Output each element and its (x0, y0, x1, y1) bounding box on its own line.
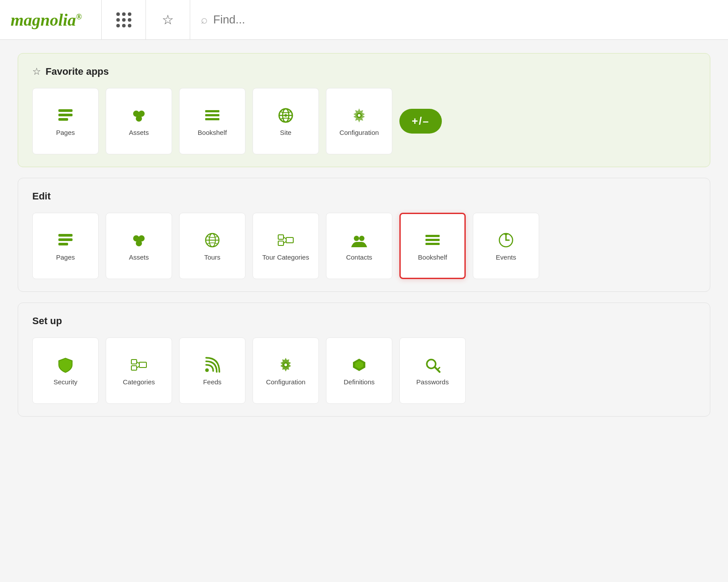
fav-site-label: Site (280, 129, 291, 136)
svg-point-31 (359, 236, 364, 241)
tours-icon (203, 231, 221, 249)
svg-rect-27 (286, 237, 293, 243)
edit-app-tours[interactable]: Tours (179, 213, 245, 279)
edit-pages-label: Pages (56, 253, 75, 261)
logo-registered: ® (76, 12, 82, 21)
setup-configuration-label: Configuration (266, 378, 305, 386)
favorites-section: ☆ Favorite apps Pages Assets (18, 53, 710, 167)
svg-rect-18 (58, 243, 68, 245)
fav-pages-label: Pages (56, 129, 75, 136)
fav-app-site[interactable]: Site (253, 88, 319, 154)
svg-point-30 (354, 236, 359, 241)
svg-rect-33 (425, 239, 440, 241)
edit-header: Edit (32, 191, 696, 202)
fav-app-assets[interactable]: Assets (106, 88, 172, 154)
configuration-icon (350, 107, 368, 124)
svg-rect-34 (425, 243, 440, 245)
edit-bookshelf-icon (424, 231, 441, 249)
bookshelf-icon (203, 107, 221, 124)
setup-app-configuration[interactable]: Configuration (253, 337, 319, 404)
logo-text: magnolia® (11, 10, 82, 30)
edit-events-label: Events (496, 253, 516, 261)
setup-security-label: Security (54, 378, 77, 386)
favorites-star-icon: ☆ (32, 66, 41, 77)
svg-rect-37 (131, 366, 137, 370)
edit-app-assets[interactable]: Assets (106, 213, 172, 279)
svg-rect-6 (205, 110, 219, 112)
setup-grid: Security Categories (32, 337, 696, 404)
fav-bookshelf-label: Bookshelf (198, 129, 227, 136)
svg-rect-1 (58, 114, 73, 116)
svg-rect-2 (58, 118, 68, 121)
setup-categories-label: Categories (123, 378, 155, 386)
favorites-header: ☆ Favorite apps (32, 66, 696, 77)
setup-app-feeds[interactable]: Feeds (179, 337, 245, 404)
apps-grid-button[interactable] (102, 0, 146, 39)
svg-rect-32 (425, 235, 440, 237)
favorites-button[interactable]: ☆ (146, 0, 190, 39)
feeds-icon (203, 356, 221, 374)
svg-rect-25 (278, 235, 284, 239)
categories-icon (130, 356, 148, 374)
edit-app-events[interactable]: Events (473, 213, 539, 279)
svg-rect-16 (58, 234, 73, 237)
fav-app-pages[interactable]: Pages (32, 88, 99, 154)
fav-configuration-label: Configuration (339, 129, 379, 136)
svg-point-21 (136, 240, 142, 246)
definitions-icon (350, 356, 368, 374)
setup-passwords-label: Passwords (416, 378, 448, 386)
setup-feeds-label: Feeds (203, 378, 222, 386)
edit-app-pages[interactable]: Pages (32, 213, 99, 279)
edit-section: Edit Pages Assets (18, 178, 710, 292)
svg-rect-7 (205, 114, 219, 116)
security-icon (57, 356, 74, 374)
edit-tour-categories-label: Tour Categories (262, 253, 309, 261)
svg-rect-26 (278, 241, 284, 245)
svg-rect-17 (58, 238, 73, 241)
site-icon (277, 107, 295, 124)
logo-area: magnolia® (0, 0, 102, 39)
add-remove-favorites-button[interactable]: +/– (399, 109, 442, 134)
fav-app-configuration[interactable]: Configuration (326, 88, 392, 154)
edit-assets-icon (130, 231, 148, 249)
setup-configuration-icon (277, 356, 295, 374)
fav-assets-label: Assets (129, 129, 149, 136)
edit-app-contacts[interactable]: Contacts (326, 213, 392, 279)
svg-rect-0 (58, 109, 73, 112)
search-icon: ⌕ (201, 13, 208, 27)
setup-app-categories[interactable]: Categories (106, 337, 172, 404)
header: magnolia® ☆ ⌕ (0, 0, 728, 40)
edit-contacts-label: Contacts (346, 253, 372, 261)
edit-bookshelf-label: Bookshelf (418, 253, 447, 261)
passwords-icon (424, 356, 441, 374)
edit-pages-icon (57, 231, 74, 249)
edit-app-bookshelf[interactable]: Bookshelf (399, 213, 466, 279)
tour-categories-icon (277, 231, 295, 249)
edit-assets-label: Assets (129, 253, 149, 261)
search-input[interactable] (213, 13, 717, 27)
setup-title: Set up (32, 315, 62, 327)
svg-point-44 (284, 364, 287, 366)
main-content: ☆ Favorite apps Pages Assets (0, 40, 728, 430)
svg-rect-8 (205, 118, 219, 120)
contacts-icon (350, 231, 368, 249)
svg-rect-38 (139, 362, 146, 368)
star-icon: ☆ (162, 12, 174, 27)
assets-icon (130, 107, 148, 124)
svg-rect-36 (131, 360, 137, 364)
setup-app-passwords[interactable]: Passwords (399, 337, 466, 404)
events-icon (497, 231, 515, 249)
svg-point-12 (284, 114, 287, 117)
setup-header: Set up (32, 315, 696, 327)
setup-definitions-label: Definitions (344, 378, 375, 386)
fav-app-bookshelf[interactable]: Bookshelf (179, 88, 245, 154)
favorites-grid: Pages Assets Bookshelf (32, 88, 696, 154)
favorites-title: Favorite apps (46, 66, 109, 77)
pages-icon (57, 107, 74, 124)
setup-app-security[interactable]: Security (32, 337, 99, 404)
edit-grid: Pages Assets Tou (32, 213, 696, 279)
edit-app-tour-categories[interactable]: Tour Categories (253, 213, 319, 279)
grid-dots-icon (116, 12, 131, 27)
svg-point-41 (205, 368, 209, 372)
setup-app-definitions[interactable]: Definitions (326, 337, 392, 404)
